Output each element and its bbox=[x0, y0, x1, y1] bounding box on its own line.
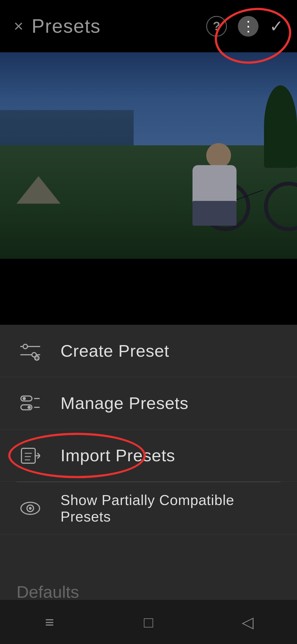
svg-point-22 bbox=[29, 507, 32, 510]
nav-menu-icon[interactable]: ≡ bbox=[36, 611, 63, 633]
partial-bottom-label: Defaults bbox=[16, 583, 79, 600]
nav-back-icon[interactable]: ◁ bbox=[234, 611, 261, 633]
svg-point-12 bbox=[28, 406, 31, 409]
import-presets-label: Import Presets bbox=[61, 446, 175, 465]
manage-presets-icon-area bbox=[16, 389, 44, 417]
import-presets-icon-area bbox=[16, 442, 44, 469]
page-title: Presets bbox=[32, 15, 101, 37]
import-presets-icon bbox=[20, 446, 40, 465]
create-preset-label: Create Preset bbox=[61, 341, 169, 361]
bottom-navigation: ≡ □ ◁ bbox=[0, 600, 297, 644]
confirm-button[interactable]: ✓ bbox=[270, 17, 283, 36]
create-preset-icon-area bbox=[16, 337, 44, 365]
dark-gap bbox=[0, 259, 297, 325]
menu-area: Create Preset Manage Presets bbox=[0, 325, 297, 600]
show-compatible-item[interactable]: Show Partially Compatible Presets bbox=[0, 482, 297, 534]
header-bar: × Presets ? ✓ bbox=[0, 0, 297, 52]
svg-rect-15 bbox=[21, 448, 35, 463]
header-left: × Presets bbox=[14, 15, 101, 37]
create-preset-item[interactable]: Create Preset bbox=[0, 325, 297, 377]
import-presets-item[interactable]: Import Presets bbox=[0, 429, 297, 482]
more-options-button[interactable] bbox=[238, 16, 258, 37]
header-right: ? ✓ bbox=[206, 16, 283, 37]
partial-bottom-item[interactable]: Defaults bbox=[0, 583, 297, 600]
eye-icon-area bbox=[16, 495, 44, 522]
create-preset-icon bbox=[20, 341, 40, 361]
photo-preview bbox=[0, 52, 297, 259]
nav-home-icon[interactable]: □ bbox=[135, 611, 162, 633]
manage-presets-label: Manage Presets bbox=[61, 393, 188, 413]
manage-presets-item[interactable]: Manage Presets bbox=[0, 377, 297, 429]
close-button[interactable]: × bbox=[14, 18, 23, 34]
svg-point-10 bbox=[23, 397, 26, 400]
svg-point-0 bbox=[23, 344, 28, 349]
eye-icon bbox=[20, 498, 40, 518]
show-compatible-label: Show Partially Compatible Presets bbox=[61, 492, 280, 525]
photo-overlay bbox=[0, 52, 297, 259]
help-button[interactable]: ? bbox=[206, 16, 227, 37]
manage-presets-icon bbox=[20, 393, 40, 413]
